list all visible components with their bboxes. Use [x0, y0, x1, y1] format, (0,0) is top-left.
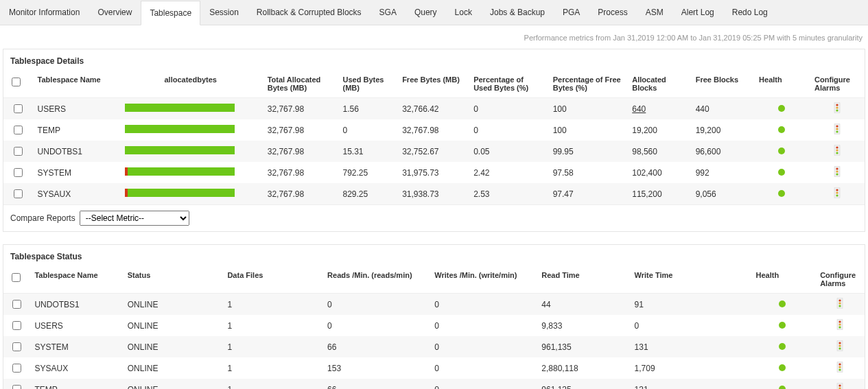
row-checkbox[interactable] [12, 300, 21, 309]
row-checkbox[interactable] [12, 385, 21, 389]
col-status[interactable]: Status [122, 266, 222, 294]
tablespace-name: SYSAUX [38, 189, 71, 199]
compare-metric-select[interactable]: --Select Metric-- [80, 211, 189, 226]
configure-alarms-button[interactable] [832, 169, 843, 179]
used-bytes-value: 792.25 [342, 168, 368, 178]
configure-alarms-button[interactable] [832, 127, 843, 137]
select-all-details-checkbox[interactable] [12, 78, 21, 86]
col-write-time[interactable]: Write Time [629, 266, 751, 294]
status-value: ONLINE [128, 321, 159, 331]
alloc-blocks-link[interactable]: 640 [632, 104, 646, 114]
datafiles-value: 1 [227, 342, 232, 352]
row-checkbox[interactable] [12, 321, 21, 330]
configure-alarms-button[interactable] [832, 106, 843, 115]
svg-point-3 [836, 109, 838, 111]
tablespace-name: USERS [38, 104, 66, 114]
col-allocbytes[interactable]: allocatedbytes [119, 70, 262, 98]
row-checkbox[interactable] [14, 189, 23, 198]
tablespace-name: TEMP [38, 126, 60, 135]
svg-point-13 [836, 167, 838, 169]
col-writes[interactable]: Writes /Min. (write/min) [429, 266, 536, 294]
col-free-blocks[interactable]: Free Blocks [690, 70, 753, 98]
tab-tablespace[interactable]: Tablespace [141, 1, 200, 25]
tablespace-details-section: Tablespace Details Tablespace Name alloc… [3, 49, 865, 232]
svg-point-30 [838, 344, 841, 346]
pct-free-value: 100 [553, 126, 567, 135]
table-row[interactable]: SYSAUX32,767.98829.2531,938.732.5397.471… [3, 183, 865, 204]
svg-point-37 [838, 384, 841, 386]
table-row[interactable]: UNDOTBS1ONLINE1004491 [3, 294, 865, 316]
writes-min-value: 0 [434, 385, 439, 390]
free-blocks-value: 992 [696, 168, 709, 178]
svg-point-34 [838, 366, 841, 368]
pct-used-value: 0.05 [473, 147, 489, 156]
configure-alarms-button[interactable] [832, 191, 843, 200]
col-total-alloc[interactable]: Total Allocated Bytes (MB) [262, 70, 338, 98]
pct-used-value: 2.42 [473, 168, 489, 178]
svg-point-25 [838, 320, 841, 322]
tab-monitor-information[interactable]: Monitor Information [0, 0, 89, 25]
tab-jobs-backup[interactable]: Jobs & Backup [481, 0, 554, 25]
table-row[interactable]: USERS32,767.981.5632,766.420100640440 [3, 98, 865, 120]
configure-alarms-button[interactable] [834, 322, 845, 332]
tab-alert-log[interactable]: Alert Log [672, 0, 723, 25]
total-alloc-value: 32,767.98 [268, 189, 304, 199]
row-checkbox[interactable] [14, 147, 23, 156]
col-health2[interactable]: Health [750, 266, 814, 294]
table-row[interactable]: USERSONLINE1009,8330 [3, 315, 865, 336]
configure-alarms-button[interactable] [832, 148, 843, 158]
tab-session[interactable]: Session [200, 0, 248, 25]
col-read-time[interactable]: Read Time [536, 266, 629, 294]
col-alloc-blocks[interactable]: Allocated Blocks [626, 70, 690, 98]
row-checkbox[interactable] [14, 126, 23, 134]
free-blocks-value: 19,200 [696, 126, 721, 135]
tab-sga[interactable]: SGA [371, 0, 406, 25]
col-pct-used[interactable]: Percentage of Used Bytes (%) [468, 70, 548, 98]
tab-rollback-corrupted-blocks[interactable]: Rollback & Corrupted Blocks [248, 0, 371, 25]
total-alloc-value: 32,767.98 [268, 104, 304, 114]
col-ts-name[interactable]: Tablespace Name [29, 266, 121, 294]
table-row[interactable]: SYSTEM32,767.98792.2531,975.732.4297.581… [3, 162, 865, 183]
table-row[interactable]: TEMPONLINE1660961,135131 [3, 379, 865, 389]
section-title-details: Tablespace Details [3, 49, 865, 70]
tab-query[interactable]: Query [406, 0, 446, 25]
row-checkbox[interactable] [14, 104, 23, 113]
pct-free-value: 97.58 [553, 168, 574, 178]
select-all-status-checkbox[interactable] [12, 273, 21, 282]
tab-pga[interactable]: PGA [554, 0, 589, 25]
col-pct-free[interactable]: Percentage of Free Bytes (%) [548, 70, 627, 98]
tablespace-details-table: Tablespace Name allocatedbytes Total All… [3, 70, 865, 204]
col-free-bytes[interactable]: Free Bytes (MB) [397, 70, 468, 98]
row-checkbox[interactable] [12, 342, 21, 351]
tab-overview[interactable]: Overview [89, 0, 141, 25]
col-datafiles[interactable]: Data Files [222, 266, 322, 294]
configure-alarms-button[interactable] [834, 344, 845, 353]
svg-point-35 [838, 368, 841, 370]
col-health[interactable]: Health [753, 70, 809, 98]
table-row[interactable]: UNDOTBS132,767.9815.3132,752.670.0599.95… [3, 141, 865, 162]
col-config2[interactable]: Configure Alarms [814, 266, 865, 294]
free-blocks-value: 440 [696, 104, 709, 114]
tab-asm[interactable]: ASM [637, 0, 672, 25]
col-config-alarms[interactable]: Configure Alarms [809, 70, 865, 98]
configure-alarms-button[interactable] [834, 365, 845, 375]
read-time-value: 961,135 [541, 385, 571, 390]
tab-process[interactable]: Process [589, 0, 636, 25]
table-row[interactable]: SYSTEMONLINE1660961,135131 [3, 336, 865, 357]
health-dot-icon [778, 169, 785, 176]
svg-point-17 [836, 189, 838, 191]
col-reads[interactable]: Reads /Min. (reads/min) [322, 266, 429, 294]
table-row[interactable]: SYSAUXONLINE115302,880,1181,709 [3, 357, 865, 379]
configure-alarms-button[interactable] [834, 301, 845, 311]
col-used-bytes[interactable]: Used Bytes (MB) [337, 70, 397, 98]
tablespace-name: TEMP [34, 385, 57, 390]
table-row[interactable]: TEMP32,767.98032,767.98010019,20019,200 [3, 119, 865, 141]
tab-redo-log[interactable]: Redo Log [723, 0, 777, 25]
row-checkbox[interactable] [14, 168, 23, 177]
row-checkbox[interactable] [12, 364, 21, 373]
section-title-status: Tablespace Status [3, 245, 865, 266]
col-name[interactable]: Tablespace Name [32, 70, 119, 98]
svg-point-7 [836, 130, 838, 132]
configure-alarms-button[interactable] [834, 386, 845, 389]
tab-lock[interactable]: Lock [446, 0, 481, 25]
